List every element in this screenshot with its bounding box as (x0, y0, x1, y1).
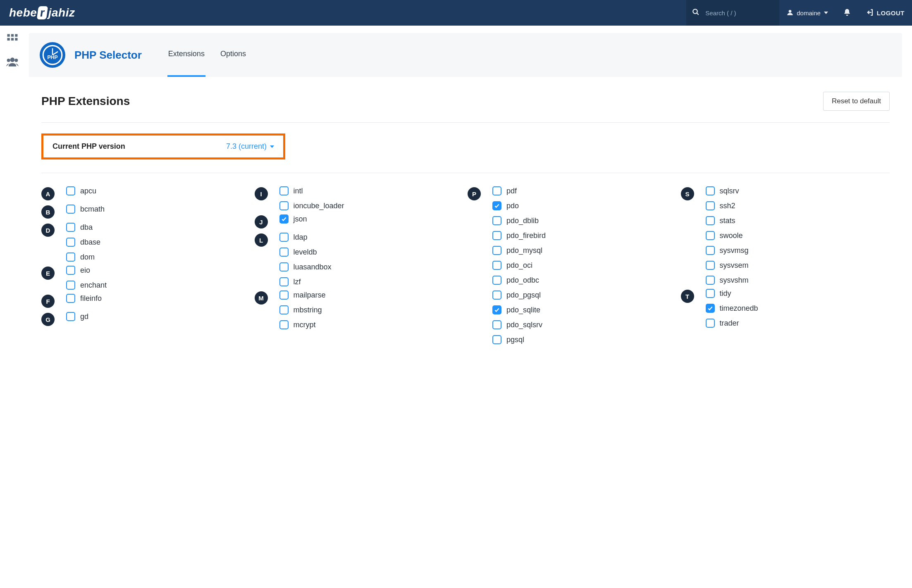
extension-ioncube_loader[interactable]: ioncube_loader (279, 201, 344, 210)
extension-eio[interactable]: eio (66, 266, 107, 275)
checkbox[interactable] (492, 216, 501, 225)
checkbox[interactable] (279, 214, 289, 224)
extension-json[interactable]: json (279, 214, 307, 224)
extension-pdo_oci[interactable]: pdo_oci (492, 261, 546, 270)
search-input[interactable] (705, 10, 763, 17)
checkbox[interactable] (66, 294, 75, 303)
extension-dbase[interactable]: dbase (66, 238, 100, 247)
extension-sqlsrv[interactable]: sqlsrv (706, 186, 749, 195)
extension-dba[interactable]: dba (66, 223, 100, 232)
checkbox[interactable] (706, 289, 715, 298)
extension-luasandbox[interactable]: luasandbox (279, 262, 332, 271)
checkbox[interactable] (279, 186, 289, 195)
checkbox[interactable] (279, 290, 289, 300)
extension-dom[interactable]: dom (66, 252, 100, 262)
apps-icon[interactable] (6, 33, 19, 47)
checkbox[interactable] (66, 223, 75, 232)
checkbox[interactable] (706, 319, 715, 328)
extension-pdf[interactable]: pdf (492, 186, 546, 195)
checkbox[interactable] (279, 262, 289, 271)
checkbox[interactable] (492, 186, 501, 195)
extension-fileinfo[interactable]: fileinfo (66, 294, 102, 303)
brand-logo[interactable]: heberjahiz (0, 0, 84, 26)
reset-to-default-button[interactable]: Reset to default (823, 92, 890, 111)
extension-intl[interactable]: intl (279, 186, 344, 195)
checkbox[interactable] (706, 201, 715, 210)
extension-leveldb[interactable]: leveldb (279, 248, 332, 257)
checkbox[interactable] (66, 312, 75, 321)
php-version-selector: Current PHP version 7.3 (current) (41, 133, 285, 159)
extension-trader[interactable]: trader (706, 319, 758, 328)
extension-mcrypt[interactable]: mcrypt (279, 320, 326, 329)
extension-lzf[interactable]: lzf (279, 277, 332, 286)
checkbox[interactable] (66, 186, 75, 195)
extension-pdo_sqlsrv[interactable]: pdo_sqlsrv (492, 320, 546, 329)
user-menu[interactable]: domaine (779, 0, 836, 26)
checkbox[interactable] (66, 252, 75, 262)
checkbox[interactable] (492, 320, 501, 329)
extension-label: intl (294, 187, 303, 195)
extension-label: enchant (80, 281, 107, 290)
checkbox[interactable] (492, 201, 501, 210)
extension-mailparse[interactable]: mailparse (279, 290, 326, 300)
extension-pdo_firebird[interactable]: pdo_firebird (492, 231, 546, 240)
extension-sysvshm[interactable]: sysvshm (706, 276, 749, 285)
extension-ssh2[interactable]: ssh2 (706, 201, 749, 210)
checkbox[interactable] (706, 276, 715, 285)
extension-bcmath[interactable]: bcmath (66, 205, 105, 214)
checkbox[interactable] (279, 201, 289, 210)
logout-button[interactable]: LOGOUT (859, 0, 912, 26)
extension-swoole[interactable]: swoole (706, 231, 749, 240)
users-icon[interactable] (6, 55, 19, 70)
checkbox[interactable] (279, 233, 289, 242)
checkbox[interactable] (706, 261, 715, 270)
group-letter: B (41, 205, 55, 219)
extension-pgsql[interactable]: pgsql (492, 335, 546, 344)
extension-sysvmsg[interactable]: sysvmsg (706, 246, 749, 255)
checkbox[interactable] (279, 320, 289, 329)
version-dropdown[interactable]: 7.3 (current) (226, 142, 274, 151)
extension-stats[interactable]: stats (706, 216, 749, 225)
checkbox[interactable] (492, 246, 501, 255)
extension-sysvsem[interactable]: sysvsem (706, 261, 749, 270)
checkbox[interactable] (706, 231, 715, 240)
tab-options[interactable]: Options (220, 42, 247, 77)
extension-mbstring[interactable]: mbstring (279, 305, 326, 314)
extensions-items: ldapleveldbluasandboxlzf (279, 233, 332, 286)
checkbox[interactable] (279, 277, 289, 286)
extension-pdo_pgsql[interactable]: pdo_pgsql (492, 290, 546, 300)
checkbox[interactable] (706, 246, 715, 255)
checkbox[interactable] (66, 281, 75, 290)
extension-gd[interactable]: gd (66, 312, 88, 321)
checkbox[interactable] (492, 305, 501, 314)
extension-pdo_dblib[interactable]: pdo_dblib (492, 216, 546, 225)
extension-pdo[interactable]: pdo (492, 201, 546, 210)
extension-pdo_odbc[interactable]: pdo_odbc (492, 276, 546, 285)
extensions-group: Ppdfpdopdo_dblibpdo_firebirdpdo_mysqlpdo… (468, 186, 677, 344)
checkbox[interactable] (492, 290, 501, 300)
extension-pdo_mysql[interactable]: pdo_mysql (492, 246, 546, 255)
checkbox[interactable] (492, 276, 501, 285)
checkbox[interactable] (706, 304, 715, 313)
svg-rect-8 (11, 38, 14, 40)
checkbox[interactable] (706, 216, 715, 225)
bell-icon (843, 8, 851, 18)
checkbox[interactable] (706, 186, 715, 195)
checkbox[interactable] (279, 305, 289, 314)
extension-apcu[interactable]: apcu (66, 186, 96, 195)
checkbox[interactable] (66, 266, 75, 275)
checkbox[interactable] (66, 205, 75, 214)
extension-pdo_sqlite[interactable]: pdo_sqlite (492, 305, 546, 314)
checkbox[interactable] (492, 231, 501, 240)
checkbox[interactable] (492, 261, 501, 270)
checkbox[interactable] (66, 238, 75, 247)
search-box[interactable] (686, 0, 779, 26)
extension-timezonedb[interactable]: timezonedb (706, 304, 758, 313)
checkbox[interactable] (279, 248, 289, 257)
notifications-button[interactable] (836, 0, 859, 26)
extension-enchant[interactable]: enchant (66, 281, 107, 290)
extension-tidy[interactable]: tidy (706, 289, 758, 298)
checkbox[interactable] (492, 335, 501, 344)
tab-extensions[interactable]: Extensions (167, 42, 205, 77)
extension-ldap[interactable]: ldap (279, 233, 332, 242)
